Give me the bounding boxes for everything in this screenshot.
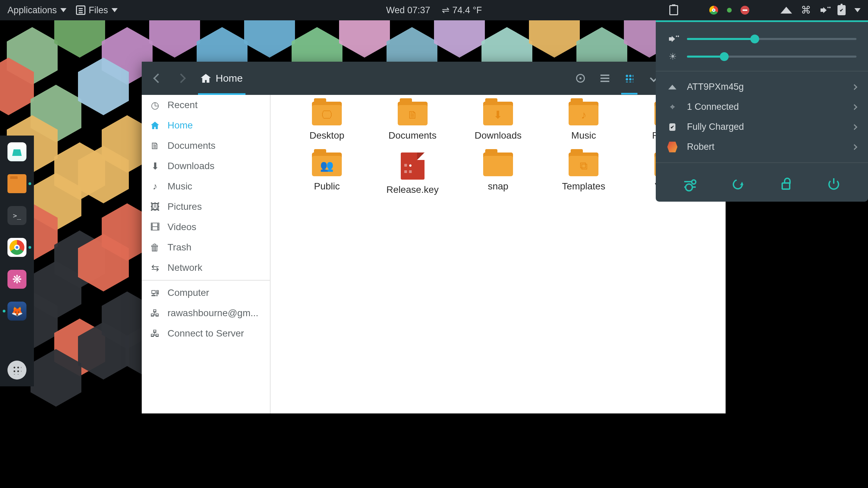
volume-slider[interactable] xyxy=(687,38,856,40)
chevron-down-icon xyxy=(60,8,66,12)
sidebar-device-item[interactable]: 🖧Connect to Server xyxy=(142,323,270,344)
sidebar-device-item[interactable]: 🖧rawashbourne@gm... xyxy=(142,303,270,323)
list-view-button[interactable] xyxy=(593,67,616,90)
chevron-right-icon xyxy=(852,144,857,150)
file-manager-window: Home ◷RecentHome🗎Documents⬇Downloads♪Mus… xyxy=(142,62,726,413)
file-item[interactable]: 👥Public xyxy=(296,152,357,195)
trash-icon: 🗑 xyxy=(150,242,160,252)
top-panel: Applications Files Wed 07:37 ⇌ 74.4 °F ⌘ xyxy=(0,0,868,20)
file-item[interactable]: 🗎Documents xyxy=(382,102,443,141)
orientation-lock-button[interactable] xyxy=(730,177,746,192)
power-icon xyxy=(828,179,839,190)
file-manager-titlebar: Home xyxy=(142,62,726,95)
folder-icon: 👥 xyxy=(312,152,342,176)
sidebar-item-label: Computer xyxy=(167,287,209,298)
home-icon xyxy=(201,74,211,83)
file-item-label: Music xyxy=(553,130,614,141)
dock-chrome[interactable] xyxy=(7,238,26,257)
sidebar-item-label: Trash xyxy=(167,242,192,253)
system-menu-row-wifi[interactable]: ATT9PXm45g xyxy=(656,77,868,97)
sidebar-separator xyxy=(142,280,270,281)
sidebar-item-home[interactable]: Home xyxy=(142,115,270,136)
nav-forward-button[interactable] xyxy=(170,67,193,90)
sidebar-item-videos[interactable]: 🎞Videos xyxy=(142,217,270,237)
dock-atom[interactable] xyxy=(7,270,26,289)
chevron-right-icon xyxy=(176,74,186,83)
sidebar-item-recent[interactable]: ◷Recent xyxy=(142,95,270,115)
brightness-slider-thumb[interactable] xyxy=(720,52,729,61)
files-label: Files xyxy=(89,5,108,16)
system-menu-row-avatar[interactable]: Robert xyxy=(656,137,868,157)
sidebar-item-documents[interactable]: 🗎Documents xyxy=(142,136,270,156)
brightness-slider-row: ☀ xyxy=(656,48,868,65)
do-not-disturb-icon[interactable] xyxy=(741,6,749,15)
applications-menu[interactable]: Applications xyxy=(7,5,66,16)
file-item[interactable]: ⬇Downloads xyxy=(468,102,529,141)
sidebar-item-label: Network xyxy=(167,262,202,273)
folder-icon: ♪ xyxy=(569,102,598,125)
server-icon: 🖧 xyxy=(150,328,160,339)
path-tab-home[interactable]: Home xyxy=(194,62,250,95)
settings-button[interactable] xyxy=(682,177,698,192)
lock-button[interactable] xyxy=(778,177,794,192)
sidebar-item-network[interactable]: ⇆Network xyxy=(142,258,270,278)
grid-view-button[interactable] xyxy=(618,67,641,90)
temperature-indicator[interactable]: ⇌ 74.4 °F xyxy=(442,5,482,16)
system-menu-toggle-icon[interactable] xyxy=(854,8,861,12)
server-icon: 🖧 xyxy=(150,308,160,318)
applications-label: Applications xyxy=(7,5,57,16)
volume-slider-thumb[interactable] xyxy=(750,35,759,43)
dock-show-applications[interactable] xyxy=(7,361,26,380)
files-menu[interactable]: Files xyxy=(76,5,118,16)
sidebar-item-label: Music xyxy=(167,181,192,192)
bluetooth-icon[interactable]: ⌘ xyxy=(801,5,811,15)
chevron-right-icon xyxy=(852,104,857,110)
status-dot-icon[interactable] xyxy=(727,8,732,13)
dock-files[interactable] xyxy=(7,174,26,193)
avatar-icon xyxy=(667,142,677,152)
dock-terminal[interactable] xyxy=(7,206,26,225)
settings-icon xyxy=(684,180,696,189)
chrome-indicator-icon[interactable] xyxy=(709,6,718,15)
sidebar-item-pictures[interactable]: 🖼Pictures xyxy=(142,197,270,217)
battery-icon[interactable] xyxy=(837,5,846,15)
location-icon xyxy=(576,74,585,83)
sidebar-item-music[interactable]: ♪Music xyxy=(142,176,270,197)
file-item-label: Public xyxy=(296,181,357,192)
clock[interactable]: Wed 07:37 xyxy=(386,5,430,16)
sidebar-item-trash[interactable]: 🗑Trash xyxy=(142,237,270,258)
system-menu-row-battery[interactable]: Fully Charged xyxy=(656,117,868,137)
download-icon: ⬇ xyxy=(150,161,160,171)
wifi-icon[interactable] xyxy=(781,7,792,14)
file-item[interactable]: ≡ ●≡ ≡Release.key xyxy=(382,152,443,195)
sidebar-item-downloads[interactable]: ⬇Downloads xyxy=(142,156,270,176)
dock-software-center[interactable] xyxy=(7,142,26,161)
file-item[interactable]: ⧉Templates xyxy=(553,152,614,195)
menu-separator xyxy=(656,162,868,163)
file-item[interactable]: ♪Music xyxy=(553,102,614,141)
file-item[interactable]: snap xyxy=(468,152,529,195)
system-menu-row-label: Robert xyxy=(687,142,714,152)
sidebar-device-item[interactable]: 🖳Computer xyxy=(142,283,270,303)
folder-icon: ⧉ xyxy=(569,152,598,176)
power-button[interactable] xyxy=(826,177,842,192)
location-label: Home xyxy=(216,73,243,84)
rotate-icon xyxy=(731,178,745,191)
files-icon xyxy=(76,5,85,15)
network-icon: ⇆ xyxy=(150,263,160,273)
volume-icon[interactable] xyxy=(820,6,829,15)
menu-separator xyxy=(656,71,868,72)
system-menu: ☀ ATT9PXm45g⌖1 ConnectedFully ChargedRob… xyxy=(656,20,868,202)
clipboard-indicator-icon[interactable] xyxy=(669,5,678,15)
file-item[interactable]: 🖵Desktop xyxy=(296,102,357,141)
thermometer-icon: ⇌ xyxy=(442,5,449,16)
nav-back-button[interactable] xyxy=(146,67,170,90)
location-button[interactable] xyxy=(569,67,592,90)
dock xyxy=(0,136,34,386)
system-menu-row-bluetooth[interactable]: ⌖1 Connected xyxy=(656,97,868,117)
dock-firefox[interactable] xyxy=(7,302,26,321)
sidebar-item-label: Home xyxy=(167,120,193,131)
temperature-value: 74.4 °F xyxy=(452,5,482,16)
sidebar-item-label: Recent xyxy=(167,100,198,110)
brightness-slider[interactable] xyxy=(687,56,856,58)
